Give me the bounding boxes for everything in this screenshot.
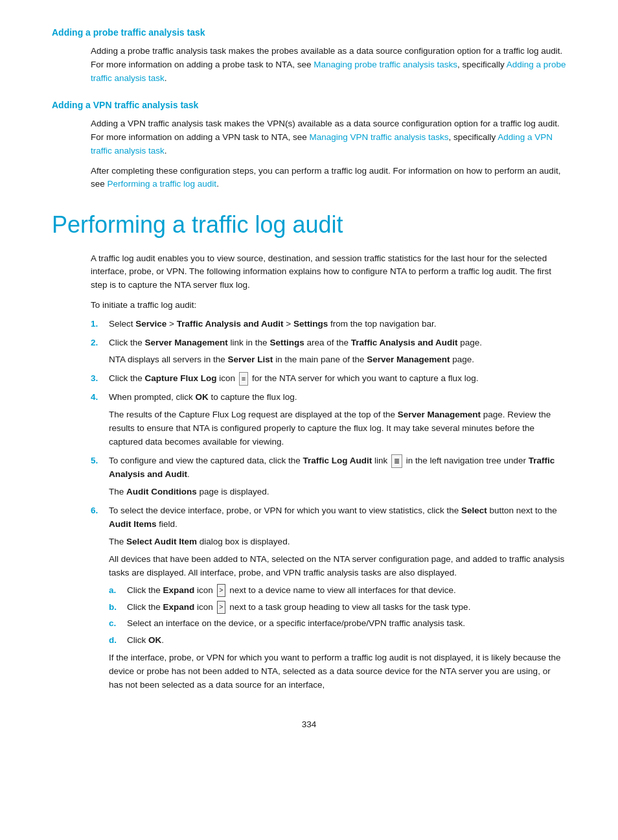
- step-2: 2. Click the Server Management link in t…: [91, 336, 566, 368]
- para-probe-middle: , specifically: [457, 60, 507, 69]
- step-2-bold2: Settings: [269, 338, 304, 347]
- step-3-bold1: Capture Flux Log: [145, 373, 217, 383]
- step-5: 5. To configure and view the captured da…: [91, 454, 566, 499]
- para-vpn-task: Adding a VPN traffic analysis task makes…: [91, 117, 566, 158]
- step-6c-content: Select an interface on the device, or a …: [127, 617, 566, 631]
- traffic-log-audit-icon: ≣: [391, 454, 402, 468]
- steps-list: 1. Select Service > Traffic Analysis and…: [91, 318, 566, 692]
- step-4-num: 4.: [91, 391, 109, 449]
- step-1-bold3: Settings: [293, 319, 328, 329]
- heading-vpn-task: Adding a VPN traffic analysis task: [52, 99, 566, 112]
- step-6c: c. Select an interface on the device, or…: [109, 617, 566, 631]
- step-6b-bold1: Expand: [163, 602, 195, 612]
- step-4-content: When prompted, click OK to capture the f…: [109, 391, 566, 449]
- step-6-final: If the interface, probe, or VPN for whic…: [109, 651, 566, 692]
- step-4-bold1: OK: [196, 392, 209, 402]
- step-6a-content: Click the Expand icon > next to a device…: [127, 584, 566, 598]
- step-5-sub-bold1: Audit Conditions: [126, 487, 197, 496]
- step-6b-label: b.: [109, 601, 127, 614]
- step-2-sub-bold2: Server Management: [367, 355, 450, 364]
- link-performing-audit[interactable]: Performing a traffic log audit: [108, 179, 217, 189]
- step-2-bold1: Server Management: [145, 338, 228, 347]
- step-6d: d. Click OK.: [109, 634, 566, 648]
- step-5-num: 5.: [91, 454, 109, 499]
- step-5-content: To configure and view the captured data,…: [109, 454, 566, 499]
- para-vpn-after: After completing these configuration ste…: [91, 165, 566, 192]
- link-managing-vpn[interactable]: Managing VPN traffic analysis tasks: [309, 132, 448, 142]
- step-1-bold1: Service: [135, 319, 166, 329]
- step-6: 6. To select the device interface, probe…: [91, 504, 566, 692]
- step-6-bold2: Audit Items: [109, 519, 157, 529]
- steps-intro: To initiate a traffic log audit:: [91, 299, 566, 312]
- step-3-num: 3.: [91, 372, 109, 386]
- para-vpn-middle: , specifically: [449, 132, 498, 142]
- step-2-bold3: Traffic Analysis and Audit: [351, 338, 458, 347]
- step-6d-label: d.: [109, 634, 127, 648]
- step-6-content: To select the device interface, probe, o…: [109, 504, 566, 692]
- para-probe-end: .: [165, 73, 167, 83]
- step-6-sub1-bold: Select Audit Item: [126, 537, 197, 546]
- step-2-sub: NTA displays all servers in the Server L…: [109, 353, 566, 367]
- step-3-content: Click the Capture Flux Log icon ≡ for th…: [109, 372, 566, 386]
- step-5-sub: The Audit Conditions page is displayed.: [109, 485, 566, 499]
- link-managing-probe[interactable]: Managing probe traffic analysis tasks: [314, 60, 457, 69]
- step-4-sub-bold1: Server Management: [398, 410, 481, 419]
- step-6a-bold1: Expand: [163, 585, 195, 595]
- step-2-num: 2.: [91, 336, 109, 368]
- expand-icon-a: >: [217, 584, 226, 597]
- step-6b-content: Click the Expand icon > next to a task g…: [127, 601, 566, 614]
- expand-icon-b: >: [217, 601, 226, 614]
- step-2-content: Click the Server Management link in the …: [109, 336, 566, 368]
- step-6-bold1: Select: [461, 506, 487, 515]
- para-probe-task: Adding a probe traffic analysis task mak…: [91, 45, 566, 86]
- step-6-sub1: The Select Audit Item dialog box is disp…: [109, 535, 566, 549]
- step-3: 3. Click the Capture Flux Log icon ≡ for…: [91, 372, 566, 386]
- step-1-content: Select Service > Traffic Analysis and Au…: [109, 318, 566, 331]
- capture-flux-log-icon: ≡: [239, 372, 248, 386]
- step-4: 4. When prompted, click OK to capture th…: [91, 391, 566, 449]
- step-2-sub-bold1: Server List: [228, 355, 273, 364]
- step-6a: a. Click the Expand icon > next to a dev…: [109, 584, 566, 598]
- intro-para1: A traffic log audit enables you to view …: [91, 252, 566, 293]
- step-5-bold1: Traffic Log Audit: [303, 456, 372, 465]
- heading-probe-task: Adding a probe traffic analysis task: [52, 26, 566, 40]
- page-number: 334: [52, 718, 566, 731]
- page: Adding a probe traffic analysis task Add…: [0, 0, 618, 840]
- step-6-alpha-list: a. Click the Expand icon > next to a dev…: [109, 584, 566, 648]
- para-vpn-after-end: .: [216, 179, 219, 189]
- step-6a-label: a.: [109, 584, 127, 598]
- step-6b: b. Click the Expand icon > next to a tas…: [109, 601, 566, 614]
- step-6d-bold: OK: [148, 635, 161, 645]
- para-vpn-end: .: [165, 146, 167, 156]
- step-6c-label: c.: [109, 617, 127, 631]
- step-1-bold2: Traffic Analysis and Audit: [177, 319, 284, 329]
- step-6-num: 6.: [91, 504, 109, 692]
- step-4-sub: The results of the Capture Flux Log requ…: [109, 408, 566, 449]
- step-6-sub2: All devices that have been added to NTA,…: [109, 553, 566, 580]
- step-6d-content: Click OK.: [127, 634, 566, 648]
- chapter-title: Performing a traffic log audit: [52, 211, 566, 239]
- step-1: 1. Select Service > Traffic Analysis and…: [91, 318, 566, 331]
- step-1-num: 1.: [91, 318, 109, 331]
